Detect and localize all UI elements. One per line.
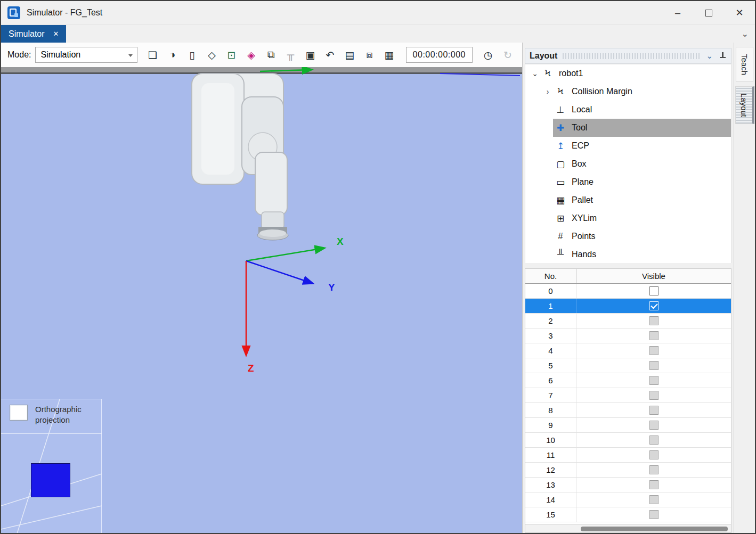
world-axes (246, 248, 324, 355)
tree-item[interactable]: # Points (525, 227, 731, 245)
visible-checkbox[interactable] (649, 301, 659, 310)
tree-item-body[interactable]: # Points (553, 227, 731, 245)
expander-icon[interactable]: ⌄ (530, 69, 540, 78)
visible-checkbox[interactable] (649, 510, 659, 519)
scrollbar-thumb[interactable] (581, 527, 728, 531)
hand-icon[interactable]: ╥ (283, 47, 299, 63)
tree-item-body[interactable]: ▢ Box (553, 155, 731, 173)
table-row[interactable]: 0 (525, 284, 731, 299)
tree-item-body[interactable]: ✚ Tool (553, 119, 731, 137)
tree-item[interactable]: ⌄ Ϟ robot1 (525, 64, 731, 83)
visible-checkbox[interactable] (649, 316, 659, 325)
record-video-icon[interactable]: ▦ (381, 47, 397, 63)
visible-checkbox[interactable] (649, 450, 659, 459)
panel-header-hatch (563, 53, 701, 59)
table-row[interactable]: 12 (525, 463, 731, 478)
visible-checkbox[interactable] (649, 465, 659, 474)
tree-item-body[interactable]: ↥ ECP (553, 137, 731, 155)
tree-item-body[interactable]: Ϟ robot1 (540, 64, 731, 83)
horizontal-scrollbar[interactable] (525, 524, 731, 532)
panel-title: Layout (530, 51, 557, 61)
camera-icon[interactable]: ▣ (303, 47, 319, 63)
toolbar-icon-group: ❏ ◑ ▯ ◇ ⊡ ◈ ⧉ ╥ ▣ ↶ ▤ ⧈ (145, 47, 397, 63)
tree-item[interactable]: ╨ Hands (525, 245, 731, 263)
table-row[interactable]: 5 (525, 358, 731, 373)
visible-checkbox[interactable] (649, 331, 659, 340)
table-row[interactable]: 4 (525, 343, 731, 358)
copy-objects-icon[interactable]: ⧉ (263, 47, 279, 63)
layout-panel-header[interactable]: Layout ⌄ (525, 48, 731, 64)
table-row[interactable]: 8 (525, 403, 731, 418)
visible-checkbox[interactable] (649, 391, 659, 400)
visible-checkbox[interactable] (649, 406, 659, 415)
row-number: 10 (525, 433, 576, 447)
cylinder-icon[interactable]: ▯ (184, 47, 200, 63)
collision-margin-icon: Ϟ (554, 86, 567, 97)
maximize-button[interactable] (693, 1, 724, 24)
close-button[interactable]: ✕ (724, 1, 755, 24)
table-row[interactable]: 11 (525, 448, 731, 463)
visible-checkbox[interactable] (649, 421, 659, 430)
stopwatch-icon[interactable]: ◷ (480, 47, 496, 63)
viewport-3d[interactable]: X Y Z Orthographic projection (1, 67, 522, 533)
tree-item[interactable]: ▭ Plane (525, 173, 731, 191)
table-row[interactable]: 1 (525, 299, 731, 314)
tree-item[interactable]: ⊞ XYLim (525, 209, 731, 227)
tree-item[interactable]: ▦ Pallet (525, 191, 731, 209)
row-number: 5 (525, 358, 576, 373)
tab-teach[interactable]: Teach (736, 47, 753, 82)
undo-icon[interactable]: ↶ (322, 47, 338, 63)
visible-checkbox[interactable] (649, 480, 659, 489)
visible-checkbox[interactable] (649, 361, 659, 370)
sphere-icon[interactable]: ◑ (165, 47, 181, 63)
table-row[interactable]: 10 (525, 433, 731, 448)
plane-tool-icon[interactable]: ◇ (204, 47, 220, 63)
tree-item[interactable]: ↥ ECP (525, 137, 731, 155)
tree-item-body[interactable]: ▭ Plane (553, 173, 731, 191)
tab-simulator[interactable]: Simulator ✕ (1, 25, 66, 43)
box-visibility-icon[interactable]: ⊡ (224, 47, 240, 63)
tree-item-body[interactable]: ⊞ XYLim (553, 209, 731, 227)
mode-dropdown[interactable]: Simulation (35, 47, 137, 63)
tab-close-icon[interactable]: ✕ (53, 30, 59, 38)
row-number: 3 (525, 328, 576, 343)
visible-checkbox[interactable] (649, 286, 659, 295)
tree-item-body[interactable]: Ϟ Collision Margin (553, 83, 731, 101)
simulation-time: 00:00:00:000 (406, 47, 473, 63)
visible-checkbox[interactable] (649, 346, 659, 355)
visible-checkbox[interactable] (649, 436, 659, 445)
axis-x-label: X (337, 236, 344, 247)
table-row[interactable]: 15 (525, 507, 731, 522)
plane-visibility-icon[interactable]: ◈ (243, 47, 259, 63)
table-row[interactable]: 6 (525, 373, 731, 388)
reset-view-icon[interactable]: ↻ (500, 47, 516, 63)
table-row[interactable]: 14 (525, 492, 731, 507)
row-number: 7 (525, 388, 576, 402)
tree-item-body[interactable]: ╨ Hands (553, 245, 731, 263)
expander-icon[interactable]: › (542, 87, 553, 96)
visible-checkbox[interactable] (649, 376, 659, 385)
cube-icon[interactable]: ❏ (145, 47, 161, 63)
collapse-chevron-icon[interactable]: ⌄ (706, 51, 713, 61)
table-body: 0 1 2 (525, 284, 731, 522)
tab-layout[interactable]: Layout (735, 86, 754, 124)
minimize-button[interactable]: – (662, 1, 693, 24)
table-row[interactable]: 9 (525, 418, 731, 433)
table-row[interactable]: 3 (525, 328, 731, 343)
tab-overflow-chevron-icon[interactable]: ⌄ (742, 29, 749, 39)
pin-icon[interactable] (718, 52, 727, 60)
snapshot-icon[interactable]: ⧈ (362, 47, 378, 63)
tree-item[interactable]: › Ϟ Collision Margin (525, 83, 731, 101)
visible-checkbox[interactable] (649, 495, 659, 504)
tree-item-body[interactable]: ▦ Pallet (553, 191, 731, 209)
tree-item[interactable]: ⊥ Local (525, 101, 731, 119)
table-row[interactable]: 7 (525, 388, 731, 403)
table-row[interactable]: 2 (525, 314, 731, 328)
table-row[interactable]: 13 (525, 478, 731, 492)
tree-item-body[interactable]: ⊥ Local (553, 101, 731, 119)
tree-item[interactable]: ✚ Tool (525, 119, 731, 137)
tree-item[interactable]: ▢ Box (525, 155, 731, 173)
properties-form-icon[interactable]: ▤ (342, 47, 358, 63)
tool-frame-icon: ✚ (554, 122, 567, 134)
orthographic-checkbox[interactable] (10, 405, 28, 421)
